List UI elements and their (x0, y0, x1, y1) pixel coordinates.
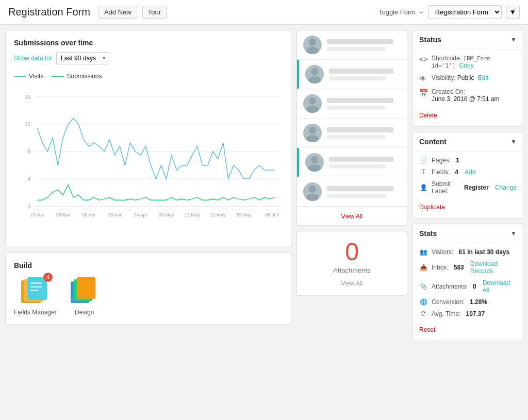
avatar (303, 94, 322, 113)
toggle-form-dropdown-button[interactable]: ▼ (506, 6, 520, 19)
avg-time-row: ⏱ Avg. Time: 107.37 (419, 310, 517, 317)
view-all-submissions[interactable]: View All (297, 207, 407, 225)
created-row: 📅 Created On: June 3, 2016 @ 7:51 am (419, 88, 517, 103)
svg-text:8: 8 (27, 149, 30, 155)
legend-visits: Visits (14, 73, 43, 80)
date-range-select[interactable]: Last 90 days (56, 52, 109, 64)
stats-card-header: Stats ▼ (413, 224, 523, 243)
fields-value: 4 (455, 169, 458, 176)
avg-time-label: Avg. Time: (432, 310, 460, 317)
date-range-wrapper: Last 90 days (56, 52, 109, 64)
svg-point-32 (308, 76, 321, 83)
submission-meta (327, 106, 386, 110)
submit-icon: 👤 (419, 184, 427, 191)
avg-time-value: 107.37 (466, 310, 485, 317)
status-card: Status ▼ <> Shortcode: [RM_Form id='1'] … (412, 30, 523, 127)
tour-button[interactable]: Tour (142, 6, 167, 19)
list-item (297, 30, 407, 60)
attachments-card: 0 Attachments View All (296, 231, 407, 296)
shortcode-content: Shortcode: [RM_Form id='1'] Copy (432, 55, 517, 69)
avatar (305, 153, 324, 172)
svg-point-34 (306, 106, 319, 113)
inbox-row: 📥 Inbox: 583 Download Records (419, 260, 517, 275)
pages-icon: 📄 (419, 157, 427, 164)
submit-label-value: Register (464, 184, 489, 191)
svg-text:19 Mar: 19 Mar (30, 212, 44, 217)
stats-toggle[interactable]: ▼ (510, 230, 517, 237)
attachments-view-all[interactable]: View All (305, 279, 399, 287)
submission-item-inner (299, 148, 407, 177)
svg-rect-25 (30, 290, 39, 291)
avg-time-icon: ⏱ (419, 310, 427, 317)
visitors-label: Visitors: (432, 248, 453, 256)
design-button[interactable]: Design (69, 275, 100, 316)
svg-text:16: 16 (25, 94, 31, 100)
list-item (297, 177, 407, 207)
submission-info (327, 98, 401, 110)
submission-name (327, 39, 393, 44)
svg-text:15 Apr: 15 Apr (108, 212, 121, 217)
main-content: Submissions over time Show data for Last… (0, 25, 528, 346)
delete-button[interactable]: Delete (419, 112, 437, 119)
visits-label: Visits (29, 73, 43, 80)
svg-point-33 (309, 97, 316, 105)
submission-info (329, 157, 401, 169)
conversion-label: Conversion: (432, 298, 465, 306)
shortcode-label: Shortcode: (432, 55, 461, 62)
svg-text:28 Mar: 28 Mar (56, 212, 70, 217)
content-toggle[interactable]: ▼ (510, 138, 517, 145)
paperclip-icon: 📎 (419, 283, 427, 290)
svg-point-36 (306, 135, 319, 142)
pages-label: Pages: (432, 157, 451, 164)
download-all-link[interactable]: Download All (483, 279, 517, 294)
shortcode-row: <> Shortcode: [RM_Form id='1'] Copy (419, 55, 517, 69)
build-card: Build 4 (5, 253, 291, 325)
change-submit-label-link[interactable]: Change (495, 184, 517, 191)
reset-button[interactable]: Reset (419, 326, 435, 333)
copy-shortcode-link[interactable]: Copy (459, 62, 474, 69)
submission-info (329, 69, 401, 80)
fields-manager-button[interactable]: 4 Fields Manager (14, 275, 57, 316)
pages-row: 📄 Pages: 1 (419, 157, 517, 164)
fields-icon: T (419, 169, 427, 176)
fields-row: T Fields: 4 Add (419, 169, 517, 176)
status-toggle[interactable]: ▼ (510, 36, 517, 43)
list-item (297, 60, 407, 89)
attachments-stats-value: 0 (473, 283, 476, 290)
view-all-link[interactable]: View All (341, 213, 363, 220)
inbox-icon: 📥 (419, 264, 427, 271)
fields-manager-icon-box: 4 (20, 275, 51, 306)
right-column: Status ▼ <> Shortcode: [RM_Form id='1'] … (412, 30, 523, 341)
submission-name (329, 157, 393, 162)
created-value: June 3, 2016 @ 7:51 am (432, 95, 517, 103)
chart-title: Submissions over time (14, 39, 283, 47)
svg-text:24 Apr: 24 Apr (134, 212, 147, 217)
visibility-row: 👁 Visibility: Public Edit (419, 74, 517, 83)
svg-point-39 (309, 186, 316, 193)
fields-manager-label: Fields Manager (14, 309, 57, 316)
add-new-button[interactable]: Add New (98, 6, 137, 19)
chart-area: 16 12 8 4 0 19 Mar 28 Mar 06 Apr 15 Apr … (14, 84, 283, 239)
visibility-content: Visibility: Public Edit (432, 74, 517, 81)
avatar (303, 182, 322, 201)
attachments-stats-row: 📎 Attachments: 0 Download All (419, 279, 517, 294)
content-title: Content (419, 138, 447, 146)
middle-column: View All 0 Attachments View All (296, 30, 407, 341)
submission-name (329, 69, 393, 74)
add-field-link[interactable]: Add (465, 169, 475, 176)
svg-text:4: 4 (27, 176, 30, 182)
eye-icon: 👁 (419, 75, 427, 83)
attachments-view-all-link[interactable]: View All (341, 280, 363, 287)
status-title: Status (419, 36, 441, 44)
edit-visibility-link[interactable]: Edit (478, 74, 489, 81)
toggle-form-select[interactable]: Registration Form (428, 5, 502, 19)
submissions-line-indicator (52, 76, 64, 77)
submission-meta (329, 76, 386, 80)
download-records-link[interactable]: Download Records (470, 260, 517, 275)
content-card-header: Content ▼ (413, 132, 523, 152)
conversion-icon: 🌐 (419, 298, 427, 306)
pages-value: 1 (456, 157, 459, 164)
code-icon: <> (419, 55, 427, 63)
submission-meta (327, 47, 386, 51)
duplicate-button[interactable]: Duplicate (419, 204, 445, 211)
